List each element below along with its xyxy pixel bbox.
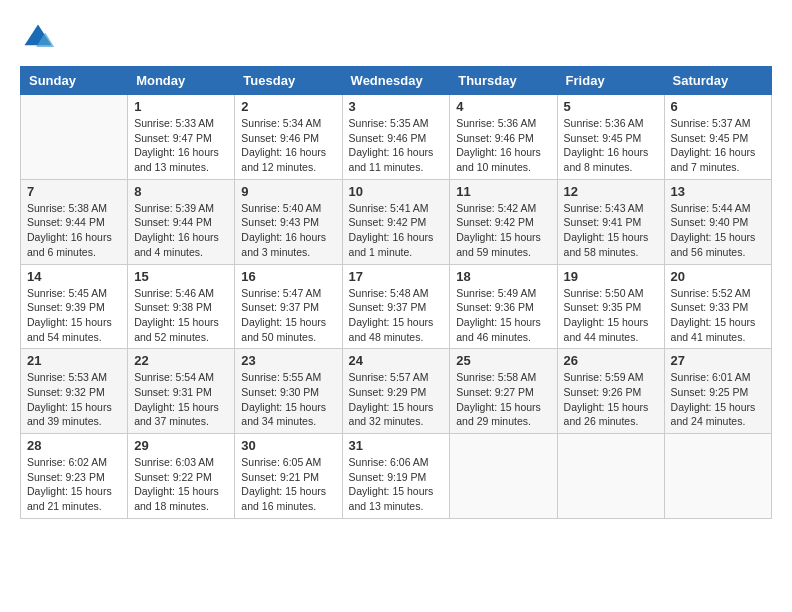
day-number: 3 <box>349 99 444 114</box>
day-number: 20 <box>671 269 765 284</box>
logo <box>20 20 60 56</box>
day-number: 5 <box>564 99 658 114</box>
calendar-cell: 22 Sunrise: 5:54 AM Sunset: 9:31 PM Dayl… <box>128 349 235 434</box>
day-info: Sunrise: 5:36 AM Sunset: 9:46 PM Dayligh… <box>456 116 550 175</box>
calendar-week-row: 7 Sunrise: 5:38 AM Sunset: 9:44 PM Dayli… <box>21 179 772 264</box>
day-number: 1 <box>134 99 228 114</box>
day-number: 14 <box>27 269 121 284</box>
calendar-cell: 5 Sunrise: 5:36 AM Sunset: 9:45 PM Dayli… <box>557 95 664 180</box>
day-number: 25 <box>456 353 550 368</box>
day-number: 6 <box>671 99 765 114</box>
day-number: 17 <box>349 269 444 284</box>
day-info: Sunrise: 5:57 AM Sunset: 9:29 PM Dayligh… <box>349 370 444 429</box>
calendar-cell: 9 Sunrise: 5:40 AM Sunset: 9:43 PM Dayli… <box>235 179 342 264</box>
calendar-cell: 26 Sunrise: 5:59 AM Sunset: 9:26 PM Dayl… <box>557 349 664 434</box>
day-info: Sunrise: 6:06 AM Sunset: 9:19 PM Dayligh… <box>349 455 444 514</box>
weekday-header-friday: Friday <box>557 67 664 95</box>
calendar-cell: 24 Sunrise: 5:57 AM Sunset: 9:29 PM Dayl… <box>342 349 450 434</box>
calendar-cell: 3 Sunrise: 5:35 AM Sunset: 9:46 PM Dayli… <box>342 95 450 180</box>
day-info: Sunrise: 5:46 AM Sunset: 9:38 PM Dayligh… <box>134 286 228 345</box>
calendar-cell: 1 Sunrise: 5:33 AM Sunset: 9:47 PM Dayli… <box>128 95 235 180</box>
day-info: Sunrise: 5:47 AM Sunset: 9:37 PM Dayligh… <box>241 286 335 345</box>
calendar-table: SundayMondayTuesdayWednesdayThursdayFrid… <box>20 66 772 519</box>
calendar-week-row: 14 Sunrise: 5:45 AM Sunset: 9:39 PM Dayl… <box>21 264 772 349</box>
day-info: Sunrise: 5:53 AM Sunset: 9:32 PM Dayligh… <box>27 370 121 429</box>
day-info: Sunrise: 5:50 AM Sunset: 9:35 PM Dayligh… <box>564 286 658 345</box>
calendar-cell: 17 Sunrise: 5:48 AM Sunset: 9:37 PM Dayl… <box>342 264 450 349</box>
day-info: Sunrise: 5:52 AM Sunset: 9:33 PM Dayligh… <box>671 286 765 345</box>
day-info: Sunrise: 5:45 AM Sunset: 9:39 PM Dayligh… <box>27 286 121 345</box>
weekday-header-monday: Monday <box>128 67 235 95</box>
day-info: Sunrise: 5:44 AM Sunset: 9:40 PM Dayligh… <box>671 201 765 260</box>
calendar-cell: 20 Sunrise: 5:52 AM Sunset: 9:33 PM Dayl… <box>664 264 771 349</box>
day-number: 19 <box>564 269 658 284</box>
day-number: 8 <box>134 184 228 199</box>
day-number: 30 <box>241 438 335 453</box>
day-number: 24 <box>349 353 444 368</box>
day-info: Sunrise: 5:36 AM Sunset: 9:45 PM Dayligh… <box>564 116 658 175</box>
calendar-cell: 29 Sunrise: 6:03 AM Sunset: 9:22 PM Dayl… <box>128 434 235 519</box>
calendar-cell: 15 Sunrise: 5:46 AM Sunset: 9:38 PM Dayl… <box>128 264 235 349</box>
weekday-header-wednesday: Wednesday <box>342 67 450 95</box>
calendar-cell: 21 Sunrise: 5:53 AM Sunset: 9:32 PM Dayl… <box>21 349 128 434</box>
day-info: Sunrise: 6:02 AM Sunset: 9:23 PM Dayligh… <box>27 455 121 514</box>
calendar-cell: 30 Sunrise: 6:05 AM Sunset: 9:21 PM Dayl… <box>235 434 342 519</box>
calendar-cell: 28 Sunrise: 6:02 AM Sunset: 9:23 PM Dayl… <box>21 434 128 519</box>
calendar-cell: 13 Sunrise: 5:44 AM Sunset: 9:40 PM Dayl… <box>664 179 771 264</box>
page-header <box>20 20 772 56</box>
day-info: Sunrise: 5:38 AM Sunset: 9:44 PM Dayligh… <box>27 201 121 260</box>
day-info: Sunrise: 5:40 AM Sunset: 9:43 PM Dayligh… <box>241 201 335 260</box>
calendar-cell: 8 Sunrise: 5:39 AM Sunset: 9:44 PM Dayli… <box>128 179 235 264</box>
day-number: 22 <box>134 353 228 368</box>
day-number: 12 <box>564 184 658 199</box>
weekday-header-tuesday: Tuesday <box>235 67 342 95</box>
day-number: 2 <box>241 99 335 114</box>
calendar-cell: 4 Sunrise: 5:36 AM Sunset: 9:46 PM Dayli… <box>450 95 557 180</box>
day-info: Sunrise: 6:03 AM Sunset: 9:22 PM Dayligh… <box>134 455 228 514</box>
calendar-cell: 14 Sunrise: 5:45 AM Sunset: 9:39 PM Dayl… <box>21 264 128 349</box>
calendar-cell <box>21 95 128 180</box>
day-number: 27 <box>671 353 765 368</box>
day-number: 9 <box>241 184 335 199</box>
calendar-cell <box>450 434 557 519</box>
day-number: 31 <box>349 438 444 453</box>
day-number: 15 <box>134 269 228 284</box>
calendar-header-row: SundayMondayTuesdayWednesdayThursdayFrid… <box>21 67 772 95</box>
day-info: Sunrise: 5:37 AM Sunset: 9:45 PM Dayligh… <box>671 116 765 175</box>
calendar-cell: 18 Sunrise: 5:49 AM Sunset: 9:36 PM Dayl… <box>450 264 557 349</box>
day-info: Sunrise: 5:49 AM Sunset: 9:36 PM Dayligh… <box>456 286 550 345</box>
weekday-header-thursday: Thursday <box>450 67 557 95</box>
day-info: Sunrise: 5:58 AM Sunset: 9:27 PM Dayligh… <box>456 370 550 429</box>
day-info: Sunrise: 5:55 AM Sunset: 9:30 PM Dayligh… <box>241 370 335 429</box>
calendar-week-row: 21 Sunrise: 5:53 AM Sunset: 9:32 PM Dayl… <box>21 349 772 434</box>
day-info: Sunrise: 5:43 AM Sunset: 9:41 PM Dayligh… <box>564 201 658 260</box>
day-info: Sunrise: 5:35 AM Sunset: 9:46 PM Dayligh… <box>349 116 444 175</box>
day-info: Sunrise: 6:01 AM Sunset: 9:25 PM Dayligh… <box>671 370 765 429</box>
day-number: 11 <box>456 184 550 199</box>
weekday-header-saturday: Saturday <box>664 67 771 95</box>
logo-icon <box>20 20 56 56</box>
day-number: 26 <box>564 353 658 368</box>
day-info: Sunrise: 5:48 AM Sunset: 9:37 PM Dayligh… <box>349 286 444 345</box>
calendar-cell <box>557 434 664 519</box>
day-info: Sunrise: 5:33 AM Sunset: 9:47 PM Dayligh… <box>134 116 228 175</box>
day-info: Sunrise: 6:05 AM Sunset: 9:21 PM Dayligh… <box>241 455 335 514</box>
calendar-week-row: 28 Sunrise: 6:02 AM Sunset: 9:23 PM Dayl… <box>21 434 772 519</box>
calendar-cell: 23 Sunrise: 5:55 AM Sunset: 9:30 PM Dayl… <box>235 349 342 434</box>
calendar-cell: 11 Sunrise: 5:42 AM Sunset: 9:42 PM Dayl… <box>450 179 557 264</box>
calendar-cell: 25 Sunrise: 5:58 AM Sunset: 9:27 PM Dayl… <box>450 349 557 434</box>
calendar-cell: 6 Sunrise: 5:37 AM Sunset: 9:45 PM Dayli… <box>664 95 771 180</box>
day-number: 23 <box>241 353 335 368</box>
day-number: 18 <box>456 269 550 284</box>
day-number: 21 <box>27 353 121 368</box>
day-number: 4 <box>456 99 550 114</box>
day-number: 7 <box>27 184 121 199</box>
day-info: Sunrise: 5:59 AM Sunset: 9:26 PM Dayligh… <box>564 370 658 429</box>
day-number: 28 <box>27 438 121 453</box>
day-info: Sunrise: 5:41 AM Sunset: 9:42 PM Dayligh… <box>349 201 444 260</box>
day-info: Sunrise: 5:42 AM Sunset: 9:42 PM Dayligh… <box>456 201 550 260</box>
calendar-cell: 27 Sunrise: 6:01 AM Sunset: 9:25 PM Dayl… <box>664 349 771 434</box>
calendar-cell: 31 Sunrise: 6:06 AM Sunset: 9:19 PM Dayl… <box>342 434 450 519</box>
day-info: Sunrise: 5:34 AM Sunset: 9:46 PM Dayligh… <box>241 116 335 175</box>
calendar-cell: 7 Sunrise: 5:38 AM Sunset: 9:44 PM Dayli… <box>21 179 128 264</box>
